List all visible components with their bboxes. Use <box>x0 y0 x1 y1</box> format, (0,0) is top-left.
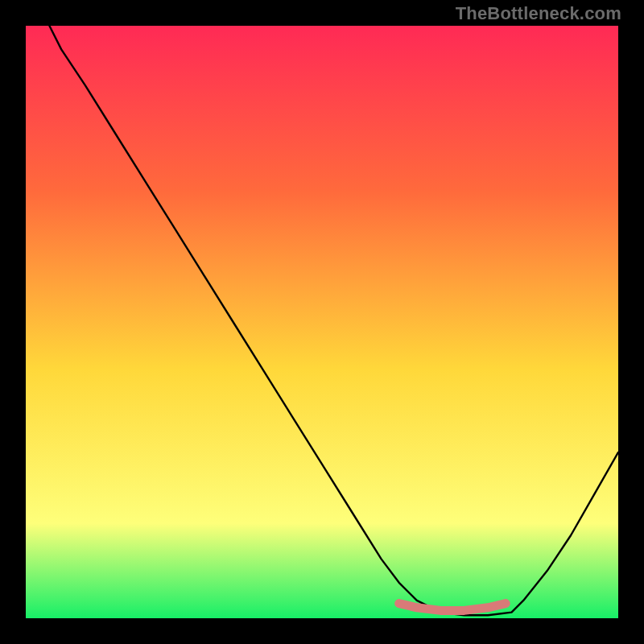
chart-svg <box>26 26 618 618</box>
plot-area <box>26 26 618 618</box>
gradient-background <box>26 26 618 618</box>
chart-frame: TheBottleneck.com <box>0 0 644 644</box>
watermark-text: TheBottleneck.com <box>456 3 621 24</box>
